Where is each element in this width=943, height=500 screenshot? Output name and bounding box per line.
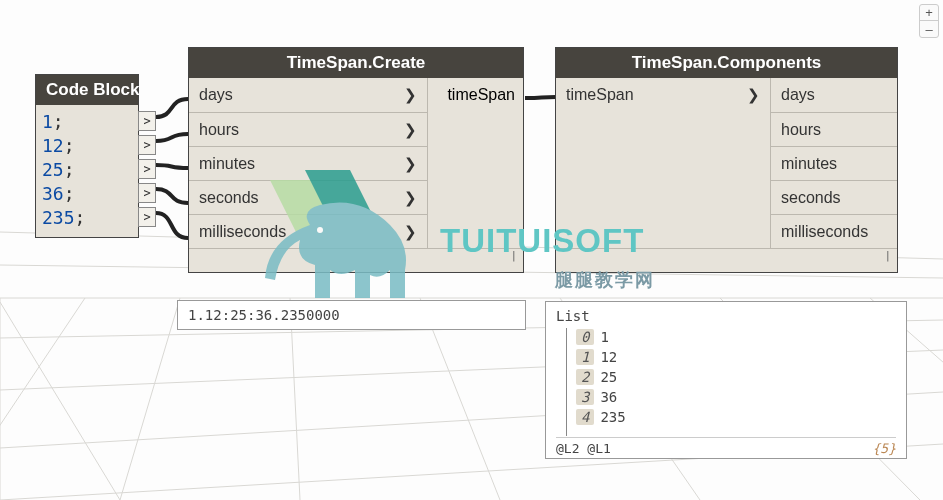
- output-port[interactable]: >: [138, 159, 156, 179]
- list-header: List: [556, 308, 896, 324]
- output-port-timespan[interactable]: timeSpan: [428, 78, 523, 112]
- node-timespan-components[interactable]: TimeSpan.Components timeSpan❯ days hours…: [555, 47, 898, 273]
- code-value: 36: [42, 183, 64, 204]
- input-port-hours[interactable]: hours❯: [189, 112, 427, 146]
- list-item: 336: [556, 387, 896, 407]
- list-item: 112: [556, 347, 896, 367]
- node-title: TimeSpan.Create: [189, 48, 523, 78]
- node-footer: |: [189, 248, 523, 272]
- chevron-right-icon: ❯: [404, 189, 417, 207]
- list-item: 01: [556, 327, 896, 347]
- code-body[interactable]: 1;> 12;> 25;> 36;> 235;>: [36, 105, 138, 237]
- zoom-control: + –: [919, 4, 939, 38]
- output-port[interactable]: >: [138, 135, 156, 155]
- preview-components-output: List 01 112 225 336 4235 @L2 @L1 {5}: [545, 301, 907, 459]
- zoom-out-button[interactable]: –: [920, 21, 938, 37]
- node-title: Code Block: [36, 75, 138, 105]
- count-label: {5}: [873, 441, 896, 456]
- output-port-seconds[interactable]: seconds: [771, 180, 897, 214]
- list-item: 4235: [556, 407, 896, 427]
- node-title: TimeSpan.Components: [556, 48, 897, 78]
- output-port[interactable]: >: [138, 207, 156, 227]
- node-timespan-create[interactable]: TimeSpan.Create days❯ hours❯ minutes❯ se…: [188, 47, 524, 273]
- input-port-days[interactable]: days❯: [189, 78, 427, 112]
- chevron-right-icon: ❯: [404, 223, 417, 241]
- output-port-minutes[interactable]: minutes: [771, 146, 897, 180]
- lacing-label: @L2 @L1: [556, 441, 611, 456]
- input-port-minutes[interactable]: minutes❯: [189, 146, 427, 180]
- output-port[interactable]: >: [138, 111, 156, 131]
- svg-line-7: [0, 298, 85, 500]
- svg-line-5: [0, 302, 120, 500]
- chevron-right-icon: ❯: [404, 86, 417, 104]
- input-port-milliseconds[interactable]: milliseconds❯: [189, 214, 427, 248]
- output-port-milliseconds[interactable]: milliseconds: [771, 214, 897, 248]
- input-port-seconds[interactable]: seconds❯: [189, 180, 427, 214]
- preview-create-output: 1.12:25:36.2350000: [177, 300, 526, 330]
- zoom-in-button[interactable]: +: [920, 5, 938, 21]
- node-footer: |: [556, 248, 897, 272]
- svg-line-8: [120, 298, 180, 500]
- chevron-right-icon: ❯: [747, 86, 760, 104]
- code-value: 12: [42, 135, 64, 156]
- list-item: 225: [556, 367, 896, 387]
- input-port-timespan[interactable]: timeSpan❯: [556, 78, 770, 112]
- output-port-hours[interactable]: hours: [771, 112, 897, 146]
- output-port[interactable]: >: [138, 183, 156, 203]
- code-value: 1: [42, 111, 53, 132]
- chevron-right-icon: ❯: [404, 155, 417, 173]
- chevron-right-icon: ❯: [404, 121, 417, 139]
- code-value: 25: [42, 159, 64, 180]
- output-port-days[interactable]: days: [771, 78, 897, 112]
- code-value: 235: [42, 207, 75, 228]
- node-code-block[interactable]: Code Block 1;> 12;> 25;> 36;> 235;>: [35, 74, 139, 238]
